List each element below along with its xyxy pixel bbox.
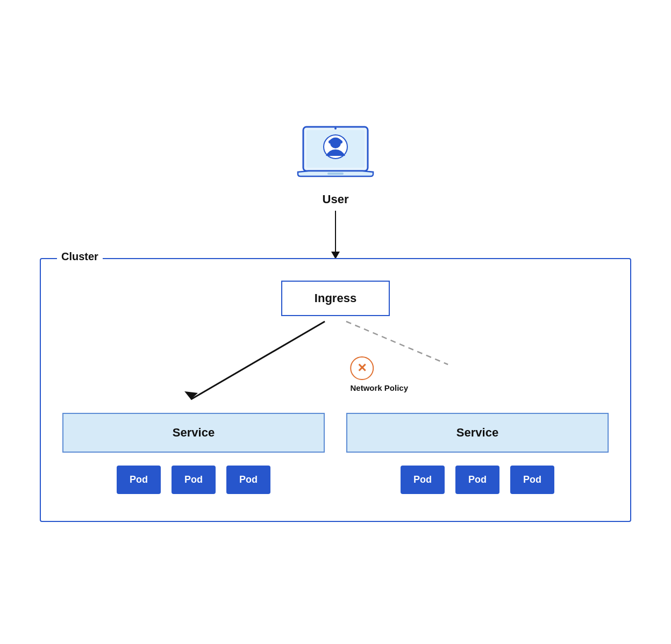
left-service-box: Service	[62, 413, 325, 453]
left-pods-row: Pod Pod Pod	[62, 466, 325, 494]
services-row: Service Pod Pod Pod Service Pod Pod Pod	[62, 413, 609, 494]
right-service-box: Service	[346, 413, 609, 453]
arrow-line	[335, 211, 336, 252]
right-service-column: Service Pod Pod Pod	[346, 413, 609, 494]
laptop-icon	[292, 123, 379, 187]
cluster-wrapper: Cluster Ingress ✕	[40, 258, 631, 522]
svg-rect-6	[327, 173, 344, 175]
diagram-container: User Cluster Ingress	[40, 101, 631, 543]
svg-line-8	[191, 321, 325, 399]
left-pod-1: Pod	[117, 466, 161, 494]
cluster-label: Cluster	[57, 251, 103, 263]
right-pod-1: Pod	[401, 466, 445, 494]
user-label: User	[323, 192, 349, 206]
right-pod-3: Pod	[510, 466, 554, 494]
right-pods-row: Pod Pod Pod	[346, 466, 609, 494]
svg-point-5	[339, 140, 342, 144]
left-pod-3: Pod	[226, 466, 270, 494]
network-policy-container: ✕ Network Policy	[350, 356, 408, 392]
arrows-area: ✕ Network Policy	[62, 316, 609, 413]
right-pod-2: Pod	[455, 466, 499, 494]
user-to-ingress-arrow	[331, 211, 340, 259]
network-policy-label: Network Policy	[350, 383, 408, 392]
cluster-border: Cluster Ingress ✕	[40, 258, 631, 522]
svg-point-4	[329, 140, 332, 144]
left-pod-2: Pod	[172, 466, 216, 494]
arrows-svg	[62, 316, 609, 413]
left-service-column: Service Pod Pod Pod	[62, 413, 325, 494]
user-section: User	[292, 123, 379, 206]
svg-marker-9	[184, 391, 198, 399]
network-policy-icon: ✕	[350, 356, 374, 380]
ingress-box: Ingress	[281, 281, 390, 316]
svg-point-7	[334, 127, 337, 130]
